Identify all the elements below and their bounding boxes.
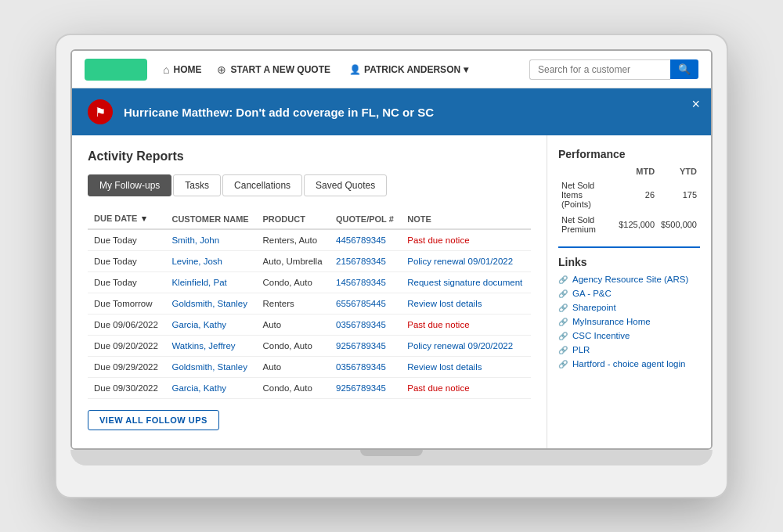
cell-customer-name[interactable]: Watkins, Jeffrey (165, 336, 256, 357)
plus-circle-icon: ⊕ (217, 63, 226, 76)
search-button[interactable]: 🔍 (670, 59, 698, 79)
link-label: CSC Incentive (572, 331, 630, 340)
cell-due-date: Due Today (88, 251, 165, 272)
laptop-wrapper: ⌂ HOME ⊕ START A NEW QUOTE 👤 PATRICK AND… (55, 34, 728, 498)
link-label: Agency Resource Site (ARS) (572, 275, 688, 284)
laptop-screen: ⌂ HOME ⊕ START A NEW QUOTE 👤 PATRICK AND… (70, 49, 713, 450)
user-label: PATRICK ANDERSON (364, 64, 460, 75)
link-label: Sharepoint (572, 303, 616, 312)
perf-mtd: 26 (615, 178, 658, 212)
link-label: GA - P&C (572, 289, 612, 298)
cell-customer-name[interactable]: Garcia, Kathy (165, 378, 256, 399)
link-icon: 🔗 (558, 346, 568, 354)
link-item[interactable]: 🔗GA - P&C (558, 289, 700, 298)
cell-note[interactable]: Policy renewal 09/01/2022 (401, 251, 531, 272)
alert-close-button[interactable]: × (691, 96, 700, 113)
link-icon: 🔗 (558, 360, 568, 368)
links-title: Links (558, 256, 700, 268)
link-icon: 🔗 (558, 275, 568, 284)
col-customer-name: CUSTOMER NAME (165, 209, 256, 229)
chevron-down-icon: ▾ (464, 64, 468, 75)
search-bar-wrapper: 🔍 (529, 59, 698, 80)
col-due-date[interactable]: DUE DATE ▾ (88, 209, 165, 229)
cell-note[interactable]: Policy renewal 09/20/2022 (401, 336, 531, 357)
link-item[interactable]: 🔗PLR (558, 345, 700, 354)
alert-text: Hurricane Matthew: Don't add coverage in… (124, 106, 434, 119)
alert-banner: ⚑ Hurricane Matthew: Don't add coverage … (72, 88, 711, 135)
laptop-notch (360, 450, 423, 456)
col-quote-pol: QUOTE/POL # (330, 209, 401, 229)
perf-ytd: $500,000 (658, 212, 700, 237)
cell-quote-pol[interactable]: 1456789345 (330, 272, 401, 293)
cell-note[interactable]: Past due notice (401, 378, 531, 399)
cell-product: Condo, Auto (256, 272, 330, 293)
perf-label: Net Sold Premium (558, 212, 615, 237)
laptop-base (70, 450, 713, 466)
cell-product: Renters (256, 293, 330, 315)
cell-note[interactable]: Request signature document (401, 272, 531, 293)
cell-quote-pol[interactable]: 6556785445 (330, 293, 401, 315)
tab-my-followups[interactable]: My Follow-ups (88, 174, 171, 196)
nav-home[interactable]: ⌂ HOME (163, 63, 201, 76)
top-nav: ⌂ HOME ⊕ START A NEW QUOTE 👤 PATRICK AND… (72, 51, 711, 88)
table-row: Due 09/20/2022 Watkins, Jeffrey Condo, A… (88, 336, 531, 357)
table-row: Due Today Levine, Josh Auto, Umbrella 21… (88, 251, 531, 272)
link-item[interactable]: 🔗CSC Incentive (558, 331, 700, 340)
tab-cancellations[interactable]: Cancellations (222, 174, 302, 196)
table-row: Due 09/06/2022 Garcia, Kathy Auto 035678… (88, 315, 531, 336)
cell-due-date: Due 09/29/2022 (88, 357, 165, 378)
cell-note[interactable]: Past due notice (401, 315, 531, 336)
view-all-followups-button[interactable]: VIEW ALL FOLLOW UPS (88, 410, 219, 430)
cell-quote-pol[interactable]: 9256789345 (330, 378, 401, 399)
search-input[interactable] (529, 59, 670, 80)
links-list: 🔗Agency Resource Site (ARS)🔗GA - P&C🔗Sha… (558, 275, 700, 368)
cell-note[interactable]: Review lost details (401, 293, 531, 315)
cell-product: Auto (256, 357, 330, 378)
nav-new-quote[interactable]: ⊕ START A NEW QUOTE (217, 63, 330, 76)
alert-flag-icon: ⚑ (88, 99, 113, 124)
perf-row: Net Sold Items (Points) 26 175 (558, 178, 700, 212)
cell-quote-pol[interactable]: 2156789345 (330, 251, 401, 272)
table-header-row: DUE DATE ▾ CUSTOMER NAME PRODUCT QUOTE/P… (88, 209, 531, 229)
nav-user[interactable]: 👤 PATRICK ANDERSON ▾ (349, 64, 468, 75)
cell-customer-name[interactable]: Goldsmith, Stanley (165, 293, 256, 315)
cell-product: Renters, Auto (256, 229, 330, 251)
link-item[interactable]: 🔗MyInsurance Home (558, 317, 700, 326)
link-icon: 🔗 (558, 318, 568, 326)
cell-note[interactable]: Past due notice (401, 229, 531, 251)
cell-customer-name[interactable]: Kleinfield, Pat (165, 272, 256, 293)
cell-due-date: Due Today (88, 272, 165, 293)
tab-tasks[interactable]: Tasks (173, 174, 221, 196)
cell-customer-name[interactable]: Garcia, Kathy (165, 315, 256, 336)
perf-row: Net Sold Premium $125,000 $500,000 (558, 212, 700, 237)
cell-note[interactable]: Review lost details (401, 357, 531, 378)
cell-quote-pol[interactable]: 0356789345 (330, 315, 401, 336)
link-item[interactable]: 🔗Agency Resource Site (ARS) (558, 275, 700, 284)
cell-due-date: Due 09/06/2022 (88, 315, 165, 336)
activity-title: Activity Reports (88, 149, 531, 164)
cell-quote-pol[interactable]: 0356789345 (330, 357, 401, 378)
new-quote-label: START A NEW QUOTE (230, 64, 330, 75)
perf-mtd: $125,000 (615, 212, 658, 237)
cell-customer-name[interactable]: Levine, Josh (165, 251, 256, 272)
link-label: PLR (572, 345, 590, 354)
link-item[interactable]: 🔗Sharepoint (558, 303, 700, 312)
left-panel: Activity Reports My Follow-ups Tasks Can… (72, 135, 547, 448)
cell-product: Auto, Umbrella (256, 251, 330, 272)
cell-quote-pol[interactable]: 9256789345 (330, 336, 401, 357)
link-label: Hartford - choice agent login (572, 359, 685, 368)
tab-saved-quotes[interactable]: Saved Quotes (304, 174, 387, 196)
divider (558, 246, 700, 248)
link-item[interactable]: 🔗Hartford - choice agent login (558, 359, 700, 368)
activity-table-body: Due Today Smith, John Renters, Auto 4456… (88, 229, 531, 399)
cell-product: Auto (256, 315, 330, 336)
cell-customer-name[interactable]: Smith, John (165, 229, 256, 251)
table-row: Due Today Kleinfield, Pat Condo, Auto 14… (88, 272, 531, 293)
cell-product: Condo, Auto (256, 378, 330, 399)
cell-quote-pol[interactable]: 4456789345 (330, 229, 401, 251)
logo-button[interactable] (85, 59, 147, 81)
cell-customer-name[interactable]: Goldsmith, Stanley (165, 357, 256, 378)
table-row: Due 09/29/2022 Goldsmith, Stanley Auto 0… (88, 357, 531, 378)
cell-due-date: Due Today (88, 229, 165, 251)
cell-product: Condo, Auto (256, 336, 330, 357)
